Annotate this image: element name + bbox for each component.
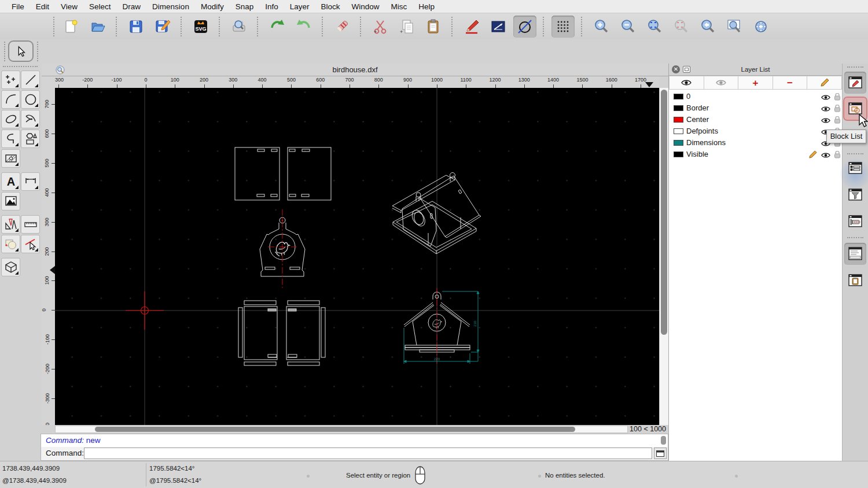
layer-lock-icon[interactable] — [834, 104, 841, 114]
selection-filter-dock-button[interactable] — [844, 184, 866, 206]
remove-layer-button[interactable]: − — [773, 76, 808, 90]
save-as-button[interactable] — [151, 16, 174, 38]
line-tool[interactable] — [21, 71, 40, 89]
layer-row-center[interactable]: Center — [669, 114, 842, 125]
circle-tool[interactable] — [21, 90, 40, 109]
selection-arrow-button[interactable] — [8, 40, 34, 62]
layer-list-dock-button[interactable] — [844, 72, 866, 94]
dock-handle[interactable] — [847, 66, 863, 68]
menu-file[interactable]: File — [6, 0, 30, 13]
layer-lock-icon[interactable] — [834, 116, 841, 126]
drawing-canvas[interactable]: 230 220 — [55, 88, 659, 425]
window-icon — [656, 450, 664, 457]
command-detach-button[interactable] — [654, 448, 667, 459]
spline-tool[interactable] — [21, 110, 40, 128]
zoom-previous-button[interactable] — [696, 16, 719, 38]
tool-widget-dock-button[interactable] — [844, 210, 866, 232]
vertical-scrollbar-thumb[interactable] — [661, 90, 667, 335]
image-tool[interactable] — [1, 192, 20, 210]
zoom-out-button[interactable] — [616, 16, 639, 38]
ellipse-tool[interactable] — [1, 110, 20, 128]
export-svg-button[interactable]: SVG — [189, 16, 212, 38]
library-browser-dock-button[interactable] — [844, 157, 866, 179]
pencil-icon — [820, 78, 829, 87]
zoom-pan-button[interactable] — [749, 16, 773, 38]
layer-visibility-icon[interactable] — [821, 150, 830, 161]
toolbar-handle[interactable] — [53, 17, 56, 36]
undo-button[interactable] — [266, 16, 289, 38]
draft-mode-button[interactable] — [513, 16, 536, 38]
menu-info[interactable]: Info — [259, 0, 284, 13]
points-tool[interactable] — [1, 71, 20, 89]
cut-button[interactable]: + — [369, 16, 392, 38]
layer-visibility-icon[interactable] — [821, 116, 830, 126]
menu-snap[interactable]: Snap — [230, 0, 260, 13]
command-input[interactable] — [84, 448, 652, 459]
print-preview-button[interactable] — [227, 16, 251, 38]
dimension-line-button[interactable] — [487, 16, 510, 38]
v-ruler-label: 400 — [44, 188, 50, 197]
menu-draw[interactable]: Draw — [117, 0, 147, 13]
paste-button[interactable] — [422, 16, 445, 38]
layer-row-0[interactable]: 0 — [669, 91, 842, 102]
redo-button[interactable] — [292, 16, 315, 38]
grid-toggle-button[interactable] — [551, 16, 575, 38]
menu-layer[interactable]: Layer — [284, 0, 315, 13]
copy-button[interactable]: + — [395, 16, 418, 38]
add-layer-button[interactable]: + — [738, 76, 773, 90]
arc-tool[interactable] — [1, 90, 20, 109]
command-history-scrollbar[interactable] — [661, 436, 666, 445]
pen-attributes-button[interactable] — [460, 16, 483, 38]
hide-all-layers-button[interactable] — [704, 76, 739, 90]
toolbar-handle[interactable] — [37, 42, 38, 61]
toolbar-handle[interactable] — [4, 42, 5, 61]
horizontal-scrollbar[interactable] — [55, 426, 628, 433]
measure-tool[interactable] — [21, 215, 40, 234]
open-file-button[interactable] — [86, 16, 109, 38]
zoom-in-button[interactable] — [590, 16, 613, 38]
menu-select[interactable]: Select — [83, 0, 117, 13]
vertical-scrollbar[interactable] — [659, 88, 668, 425]
palette-handle[interactable] — [3, 66, 38, 67]
delete-eraser-button[interactable] — [330, 16, 354, 38]
menu-edit[interactable]: Edit — [30, 0, 55, 13]
modify-attributes-tool[interactable] — [21, 235, 40, 253]
menu-misc[interactable]: Misc — [385, 0, 413, 13]
text-tool[interactable]: A — [1, 172, 20, 191]
command-widget-dock-button[interactable] — [844, 243, 866, 265]
solid-3d-tool[interactable] — [1, 258, 20, 276]
hatch-tool[interactable] — [1, 149, 20, 168]
new-document-button[interactable] — [60, 16, 83, 38]
h-ruler-label: 1500 — [576, 77, 588, 83]
menu-dimension[interactable]: Dimension — [146, 0, 195, 13]
menu-modify[interactable]: Modify — [195, 0, 230, 13]
modify-tool[interactable] — [1, 235, 20, 253]
clipboard-dock-button[interactable] — [844, 269, 866, 291]
layer-row-dimensions[interactable]: Dimensions — [669, 137, 842, 149]
menu-window[interactable]: Window — [346, 0, 385, 13]
dimension-tool[interactable] — [21, 172, 40, 191]
layer-visibility-icon[interactable] — [821, 93, 830, 103]
horizontal-scrollbar-thumb[interactable] — [95, 427, 575, 432]
svg-text:+: + — [400, 29, 403, 35]
layer-row-defpoints[interactable]: Defpoints — [669, 125, 842, 137]
zoom-select-button[interactable] — [670, 16, 693, 38]
drafting-tools[interactable] — [1, 215, 20, 234]
layer-lock-icon[interactable] — [834, 150, 841, 161]
shapes-tool[interactable] — [21, 130, 40, 148]
menu-block[interactable]: Block — [315, 0, 346, 13]
layer-row-visible[interactable]: Visible — [669, 149, 842, 160]
layer-lock-icon[interactable] — [834, 93, 841, 103]
show-all-layers-button[interactable] — [669, 76, 704, 90]
polyline-tool[interactable] — [1, 130, 20, 148]
v-ruler-label: 300 — [44, 217, 50, 226]
menu-view[interactable]: View — [55, 0, 83, 13]
new-document-icon — [63, 19, 79, 35]
zoom-window-button[interactable] — [723, 16, 746, 38]
menu-help[interactable]: Help — [413, 0, 440, 13]
zoom-auto-button[interactable] — [643, 16, 666, 38]
edit-layer-button[interactable] — [807, 76, 842, 90]
layer-row-border[interactable]: Border — [669, 102, 842, 114]
save-button[interactable] — [124, 16, 148, 38]
layer-visibility-icon[interactable] — [821, 104, 830, 114]
